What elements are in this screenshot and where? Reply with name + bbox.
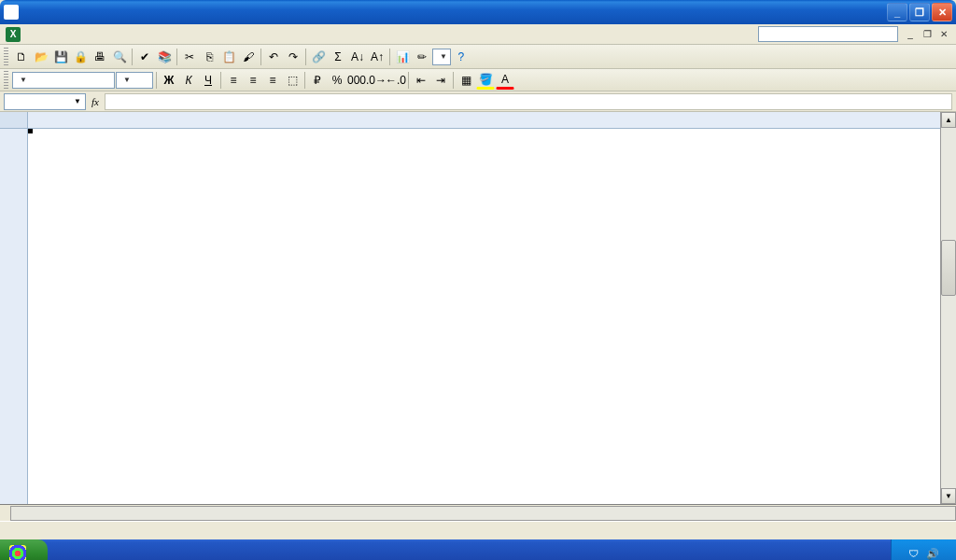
font-combo[interactable]: ▼ [12, 72, 115, 89]
chart-icon[interactable]: 📊 [393, 48, 412, 66]
scroll-thumb[interactable] [941, 240, 956, 296]
inc-indent-icon[interactable]: ⇥ [431, 71, 450, 90]
open-icon[interactable]: 📂 [32, 48, 50, 66]
menu-data[interactable] [93, 33, 105, 36]
excel-app-icon [4, 5, 19, 20]
cell-cursor [28, 129, 32, 133]
tray-icon[interactable]: 🔊 [926, 548, 939, 560]
name-box[interactable]: ▼ [4, 93, 86, 110]
cut-icon[interactable]: ✂ [180, 48, 199, 66]
system-tray[interactable]: 🛡 🔊 [891, 539, 956, 560]
comma-icon[interactable]: 000 [347, 71, 366, 90]
underline-icon[interactable]: Ч [199, 71, 218, 90]
formula-bar-row: ▼ fx [0, 91, 956, 112]
undo-icon[interactable]: ↶ [264, 48, 283, 66]
redo-icon[interactable]: ↷ [284, 48, 302, 66]
mdi-restore-button[interactable]: ❐ [921, 28, 934, 41]
menu-window[interactable] [105, 33, 116, 36]
horizontal-scrollbar[interactable] [10, 506, 956, 521]
window-minimize-button[interactable]: _ [887, 3, 907, 21]
sort-asc-icon[interactable]: A↓ [348, 48, 367, 66]
autosum-icon[interactable]: Σ [329, 48, 347, 66]
bold-icon[interactable]: Ж [160, 71, 178, 90]
inc-decimal-icon[interactable]: .0→ [367, 71, 386, 90]
mdi-close-button[interactable]: ✕ [937, 28, 950, 41]
worksheet-area: ▲ ▼ [0, 112, 956, 504]
font-color-icon[interactable]: A [496, 71, 514, 90]
align-right-icon[interactable]: ≡ [263, 71, 282, 90]
percent-icon[interactable]: % [328, 71, 346, 90]
borders-icon[interactable]: ▦ [457, 71, 475, 90]
permission-icon[interactable]: 🔒 [71, 48, 90, 66]
sheet-tab-bar [0, 504, 956, 521]
scroll-down-button[interactable]: ▼ [941, 488, 956, 504]
hyperlink-icon[interactable]: 🔗 [309, 48, 328, 66]
italic-icon[interactable]: К [179, 71, 198, 90]
save-icon[interactable]: 💾 [51, 48, 70, 66]
new-icon[interactable]: 🗋 [12, 48, 31, 66]
dec-indent-icon[interactable]: ⇤ [412, 71, 430, 90]
select-all-corner[interactable] [0, 112, 27, 129]
menu-bar: X _ ❐ ✕ [0, 24, 956, 45]
row-headers [0, 112, 28, 504]
drawing-icon[interactable]: ✏ [413, 48, 431, 66]
menu-file[interactable] [26, 33, 37, 36]
spelling-icon[interactable]: ✔ [135, 48, 154, 66]
window-maximize-button[interactable]: ❐ [909, 3, 930, 21]
fill-color-icon[interactable]: 🪣 [476, 71, 495, 90]
fx-icon[interactable]: fx [91, 96, 99, 107]
menu-edit[interactable] [37, 33, 49, 36]
dec-decimal-icon[interactable]: ←.0 [387, 71, 405, 90]
menu-tools[interactable] [82, 33, 93, 36]
windows-logo-icon [9, 545, 26, 560]
menu-format[interactable] [71, 33, 82, 36]
menu-view[interactable] [49, 33, 60, 36]
scroll-up-button[interactable]: ▲ [941, 112, 956, 128]
standard-toolbar: 🗋 📂 💾 🔒 🖶 🔍 ✔ 📚 ✂ ⎘ 📋 🖌 ↶ ↷ 🔗 Σ A↓ A↑ 📊 … [0, 45, 956, 69]
help-question-box[interactable] [758, 26, 898, 42]
merge-icon[interactable]: ⬚ [283, 71, 302, 90]
formatting-toolbar: ▼ ▼ Ж К Ч ≡ ≡ ≡ ⬚ ₽ % 000 .0→ ←.0 ⇤ ⇥ ▦ … [0, 69, 956, 91]
currency-icon[interactable]: ₽ [308, 71, 327, 90]
toolbar-grip[interactable] [4, 71, 8, 90]
start-button[interactable] [0, 539, 48, 560]
help-icon[interactable]: ? [452, 48, 471, 66]
window-close-button[interactable]: ✕ [932, 3, 952, 21]
window-titlebar: _ ❐ ✕ [0, 0, 956, 24]
windows-taskbar: 🛡 🔊 [0, 539, 956, 560]
paste-icon[interactable]: 📋 [219, 48, 238, 66]
mdi-minimize-button[interactable]: _ [904, 28, 917, 41]
copy-icon[interactable]: ⎘ [200, 48, 218, 66]
zoom-combo[interactable]: ▼ [432, 49, 451, 65]
tray-icon[interactable]: 🛡 [908, 548, 919, 559]
align-center-icon[interactable]: ≡ [244, 71, 262, 90]
format-painter-icon[interactable]: 🖌 [239, 48, 258, 66]
status-bar [0, 521, 956, 539]
vertical-scrollbar[interactable]: ▲ ▼ [940, 112, 956, 504]
font-size-combo[interactable]: ▼ [116, 72, 153, 89]
app-menu-icon[interactable]: X [6, 27, 21, 42]
column-headers [28, 112, 940, 129]
align-left-icon[interactable]: ≡ [224, 71, 243, 90]
research-icon[interactable]: 📚 [155, 48, 174, 66]
menu-insert[interactable] [60, 33, 71, 36]
preview-icon[interactable]: 🔍 [110, 48, 129, 66]
formula-bar[interactable] [105, 93, 952, 110]
menu-help[interactable] [116, 33, 127, 36]
print-icon[interactable]: 🖶 [91, 48, 109, 66]
sort-desc-icon[interactable]: A↑ [368, 48, 387, 66]
toolbar-grip[interactable] [4, 48, 8, 66]
